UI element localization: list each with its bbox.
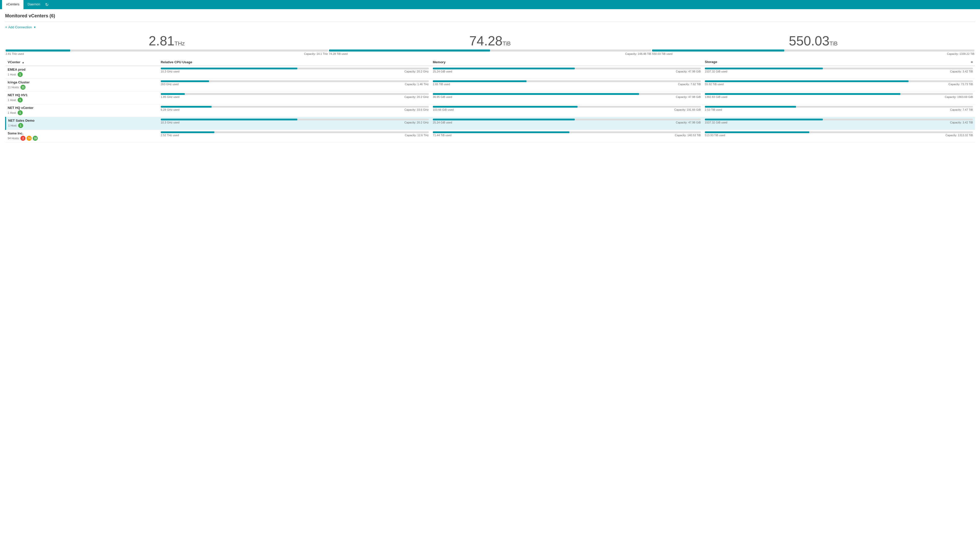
memory-used: 25.24 GiB used <box>433 70 452 73</box>
cpu-value: 2.81 <box>149 33 175 48</box>
tab-vcenters[interactable]: vCenters <box>2 0 24 9</box>
storage-capacity: Capacity: 3.42 TiB <box>950 70 973 73</box>
cpu-used: 1.85 GHz used <box>161 95 180 98</box>
cpu-bar-fill <box>6 49 70 52</box>
storage-bar-row <box>705 119 973 121</box>
host-badge: 74 <box>27 136 32 141</box>
storage-cell: 1392.83 GiB usedCapacity: 1903.69 GiB <box>703 92 975 104</box>
vcenter-name-cell: NET HQ HV11 Host:1 <box>6 92 159 104</box>
cpu-bar-fill <box>161 106 212 108</box>
storage-used-label: 550.03 TiB used <box>652 52 673 56</box>
cpu-cell: 1.85 GHz usedCapacity: 20.2 GHz <box>159 92 431 104</box>
storage-capacity: Capacity: 7.47 TiB <box>950 108 973 111</box>
vcenter-table: VCenter ▲ Relative CPU Usage Memory Stor… <box>5 59 975 143</box>
summary-storage-bar-col: 550.03 TiB used Capacity: 1338.22 TiB <box>652 49 975 56</box>
memory-bar-track <box>433 119 701 121</box>
memory-bar-fill <box>433 80 527 82</box>
memory-bar-labels: 74.28 TiB used Capacity: 148.48 TiB <box>329 52 651 56</box>
top-nav: vCenters Daemon ↻ <box>0 0 980 9</box>
memory-used: 103.66 GiB used <box>433 108 454 111</box>
storage-cell: 1537.32 GiB usedCapacity: 3.42 TiB <box>703 117 975 130</box>
cpu-bar-fill <box>161 131 215 133</box>
table-row[interactable]: NET Sales Demo1 Host:110.3 GHz usedCapac… <box>6 117 975 130</box>
memory-unit: TiB <box>503 40 511 47</box>
memory-bar-track <box>433 106 701 108</box>
memory-capacity: Capacity: 140.53 TiB <box>675 134 701 137</box>
cpu-bar-track <box>6 49 328 52</box>
cpu-labels: 2.52 THz usedCapacity: 12.6 THz <box>161 134 429 137</box>
col-header-cpu[interactable]: Relative CPU Usage <box>159 59 431 66</box>
storage-bar-row <box>705 93 973 95</box>
storage-bar-track <box>705 106 973 108</box>
cpu-bar-fill <box>161 80 209 82</box>
cpu-bar-row <box>161 68 429 69</box>
cpu-bar-row <box>161 106 429 108</box>
cpu-capacity: Capacity: 12.6 THz <box>405 134 428 137</box>
host-badge: 2 <box>21 136 25 141</box>
col-header-vcenter[interactable]: VCenter ▲ <box>6 59 159 66</box>
storage-cell: 2.53 TiB usedCapacity: 7.47 TiB <box>703 104 975 117</box>
memory-cell: 25.24 GiB usedCapacity: 47.98 GiB <box>431 117 703 130</box>
cpu-unit: THz <box>175 40 185 47</box>
cpu-cell: 2.52 THz usedCapacity: 12.6 THz <box>159 130 431 143</box>
table-row[interactable]: Icinga Cluster11 Hosts:11263 GHz usedCap… <box>6 79 975 92</box>
storage-used: 1392.83 GiB used <box>705 95 727 98</box>
memory-cell: 36.95 GiB usedCapacity: 47.98 GiB <box>431 92 703 104</box>
col-header-memory[interactable]: Memory <box>431 59 703 66</box>
vcenter-hosts: 1 Host:1 <box>8 97 157 103</box>
cpu-used-label: 2.81 THz used <box>6 52 24 56</box>
cpu-bar-track <box>161 131 429 133</box>
table-row[interactable]: NET HQ HV11 Host:11.85 GHz usedCapacity:… <box>6 92 975 104</box>
storage-bar-row <box>705 106 973 108</box>
memory-bar-fill <box>433 119 575 121</box>
memory-bar-track <box>433 93 701 95</box>
vcenter-name: NET Sales Demo <box>8 119 157 122</box>
storage-bar-track <box>705 93 973 95</box>
tab-daemon[interactable]: Daemon <box>24 0 44 9</box>
summary-cpu-bar-col: 2.81 THz used Capacity: 14.1 THz <box>5 49 328 56</box>
memory-value: 74.28 <box>469 33 503 48</box>
cpu-bar-track <box>161 80 429 82</box>
memory-labels: 36.95 GiB usedCapacity: 47.98 GiB <box>433 95 701 98</box>
col-storage-label: Storage <box>705 60 717 64</box>
cpu-bar-track <box>161 119 429 121</box>
storage-cell: 55.92 TiB usedCapacity: 73.73 TiB <box>703 79 975 92</box>
vcenter-name-cell: EMEA prod1 Host:1 <box>6 66 159 79</box>
storage-bar-labels: 550.03 TiB used Capacity: 1338.22 TiB <box>652 52 974 56</box>
col-header-storage[interactable]: Storage ≡ <box>703 59 975 66</box>
cpu-used: 10.3 GHz used <box>161 70 180 73</box>
storage-bar-track <box>705 80 973 82</box>
summary-bars: 2.81 THz used Capacity: 14.1 THz 74.28 T… <box>5 49 975 56</box>
tab-vcenters-label: vCenters <box>6 2 19 6</box>
table-row[interactable]: EMEA prod1 Host:110.3 GHz usedCapacity: … <box>6 66 975 79</box>
memory-bar-fill <box>433 131 570 133</box>
storage-bar-track <box>652 49 974 52</box>
memory-bar-row <box>433 68 701 69</box>
column-menu-icon[interactable]: ≡ <box>971 60 973 64</box>
storage-capacity: Capacity: 1313.32 TiB <box>945 134 973 137</box>
storage-bar-fill <box>705 119 823 121</box>
memory-capacity: Capacity: 47.98 GiB <box>676 121 701 124</box>
add-connection-button[interactable]: + Add Connection <box>5 25 32 29</box>
memory-capacity: Capacity: 47.98 GiB <box>676 95 701 98</box>
sort-asc-icon: ▲ <box>22 61 24 64</box>
storage-used: 1537.32 GiB used <box>705 70 727 73</box>
table-row[interactable]: Some Inc.94 Hosts:274182.52 THz usedCapa… <box>6 130 975 143</box>
hosts-label: 1 Host: <box>8 98 17 102</box>
col-vcenter-label: VCenter <box>8 60 21 64</box>
storage-labels: 1537.32 GiB usedCapacity: 3.42 TiB <box>705 121 973 124</box>
host-badge: 1 <box>18 72 23 77</box>
storage-value: 550.03 <box>789 33 829 48</box>
refresh-button[interactable]: ↻ <box>45 2 48 7</box>
cpu-labels: 10.3 GHz usedCapacity: 20.2 GHz <box>161 121 429 124</box>
chevron-down-icon[interactable]: ▾ <box>34 25 36 29</box>
vcenter-hosts: 11 Hosts:11 <box>8 85 157 90</box>
memory-used-label: 74.28 TiB used <box>329 52 348 56</box>
storage-used: 513.93 TiB used <box>705 134 725 137</box>
storage-capacity: Capacity: 73.73 TiB <box>948 83 973 86</box>
memory-capacity-label: Capacity: 148.48 TiB <box>625 52 651 56</box>
storage-labels: 55.92 TiB usedCapacity: 73.73 TiB <box>705 83 973 86</box>
table-row[interactable]: NET HQ vCenter1 Host:16.28 GHz usedCapac… <box>6 104 975 117</box>
memory-bar-fill <box>433 93 639 95</box>
cpu-bar-track <box>161 93 429 95</box>
